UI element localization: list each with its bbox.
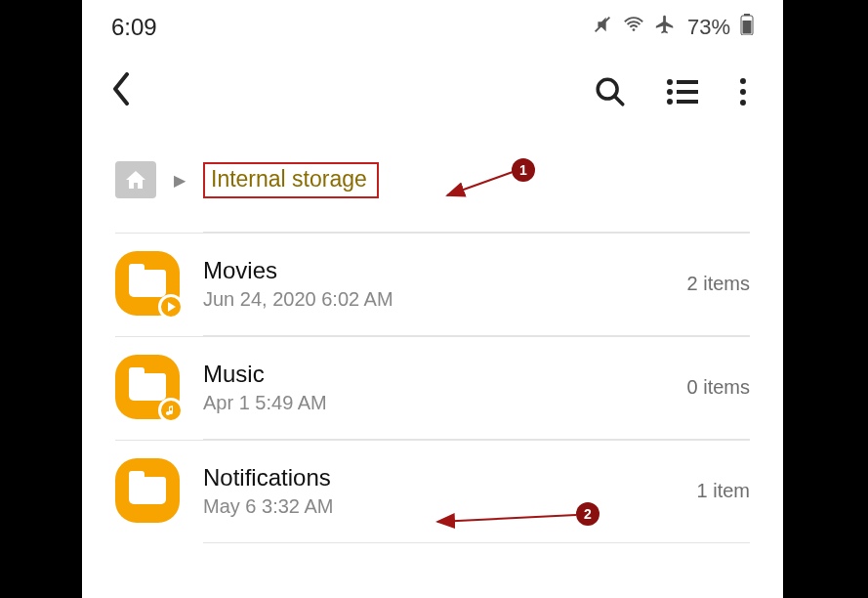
folder-date: May 6 3:32 AM (203, 495, 674, 518)
folder-count: 1 item (697, 480, 750, 502)
folder-count: 0 items (687, 376, 750, 399)
svg-point-13 (740, 78, 746, 84)
folder-count: 2 items (687, 273, 750, 295)
folder-icon (115, 251, 180, 316)
phone-screen: 6:09 73% (82, 0, 783, 598)
folder-list: Movies Jun 24, 2020 6:02 AM 2 items Musi… (82, 232, 783, 543)
list-view-icon[interactable] (666, 77, 699, 107)
svg-rect-8 (677, 80, 698, 84)
battery-icon (740, 14, 754, 41)
list-item[interactable]: Music Apr 1 5:49 AM 0 items (115, 336, 750, 439)
folder-name: Movies (203, 257, 664, 284)
more-menu-icon[interactable] (738, 75, 748, 108)
svg-rect-10 (677, 90, 698, 94)
search-icon[interactable] (594, 75, 627, 108)
folder-date: Apr 1 5:49 AM (203, 392, 664, 414)
svg-point-9 (667, 89, 673, 95)
folder-icon (115, 458, 180, 523)
svg-point-7 (667, 79, 673, 85)
svg-rect-4 (743, 21, 752, 34)
breadcrumb-current[interactable]: Internal storage (203, 162, 379, 198)
svg-rect-12 (677, 100, 698, 104)
folder-name: Notifications (203, 464, 674, 491)
svg-line-0 (596, 18, 610, 32)
svg-point-1 (633, 28, 636, 31)
music-badge-icon (158, 398, 184, 423)
status-bar: 6:09 73% (82, 0, 783, 51)
wifi-icon (623, 14, 644, 41)
clock: 6:09 (111, 14, 157, 41)
folder-date: Jun 24, 2020 6:02 AM (203, 288, 664, 311)
breadcrumb: ▶ Internal storage (82, 136, 783, 232)
svg-point-11 (667, 99, 673, 105)
status-icons: 73% (592, 14, 754, 41)
list-item[interactable]: Notifications May 6 3:32 AM 1 item (115, 440, 750, 542)
back-button[interactable] (111, 72, 131, 110)
airplane-icon (654, 14, 676, 41)
breadcrumb-home[interactable] (115, 161, 156, 198)
mute-icon (592, 14, 613, 41)
toolbar (82, 51, 783, 136)
svg-line-6 (614, 96, 623, 105)
play-badge-icon (158, 294, 184, 320)
folder-icon (115, 355, 180, 419)
svg-point-14 (740, 89, 746, 95)
folder-name: Music (203, 361, 664, 388)
svg-point-15 (740, 100, 746, 106)
list-item[interactable]: Movies Jun 24, 2020 6:02 AM 2 items (115, 233, 750, 335)
battery-text: 73% (687, 15, 730, 40)
breadcrumb-separator-icon: ▶ (174, 171, 186, 190)
